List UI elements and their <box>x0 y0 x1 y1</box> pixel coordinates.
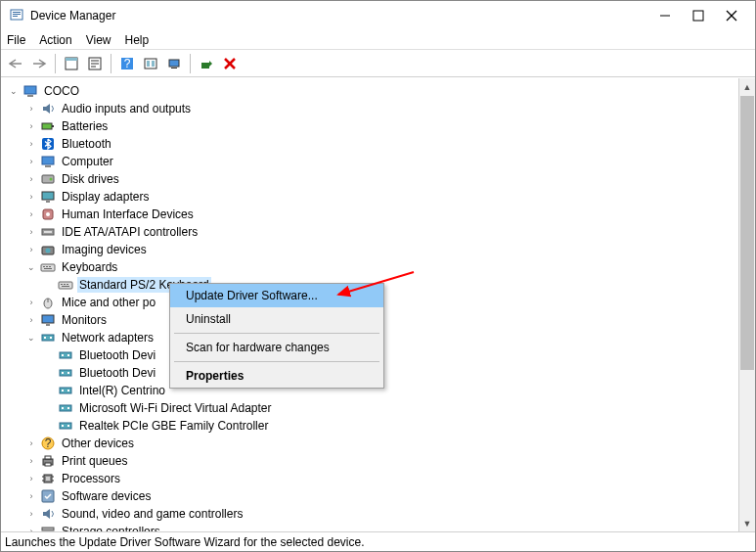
toolbar: ? <box>1 50 755 77</box>
context-update-driver[interactable]: Update Driver Software... <box>170 284 383 307</box>
svg-rect-71 <box>62 425 64 427</box>
context-properties[interactable]: Properties <box>170 364 383 388</box>
tree-category[interactable]: ›Print queues <box>3 452 753 470</box>
svg-rect-54 <box>46 324 50 326</box>
close-button[interactable] <box>722 6 741 25</box>
tree-category[interactable]: ›Bluetooth <box>3 135 753 153</box>
properties-button[interactable] <box>84 53 106 74</box>
minimize-button[interactable] <box>655 6 675 25</box>
tree-category[interactable]: ›?Other devices <box>3 435 753 452</box>
menu-file[interactable]: File <box>7 33 25 47</box>
menu-view[interactable]: View <box>86 33 111 47</box>
tree-label: Mice and other po <box>60 295 157 310</box>
disk-icon <box>40 171 56 187</box>
tree-category[interactable]: ⌄Keyboards <box>3 258 753 276</box>
tree-category[interactable]: ›Sound, video and game controllers <box>3 505 753 523</box>
tree-label: Storage controllers <box>60 524 162 531</box>
expander-icon[interactable]: › <box>24 172 38 186</box>
svg-rect-44 <box>49 266 51 267</box>
menu-help[interactable]: Help <box>125 33 150 47</box>
audio-icon <box>40 101 56 116</box>
expander-icon[interactable]: › <box>24 296 38 309</box>
svg-rect-57 <box>50 337 52 339</box>
expander-icon[interactable]: › <box>24 243 38 256</box>
tree-label: Other devices <box>60 436 136 451</box>
scroll-up-button[interactable]: ▲ <box>739 78 755 95</box>
tree-root[interactable]: ⌄COCO <box>3 82 753 100</box>
expander-icon[interactable]: ⌄ <box>24 260 38 274</box>
expander-icon[interactable]: › <box>24 313 38 327</box>
svg-rect-25 <box>27 95 33 97</box>
expander-icon[interactable]: › <box>24 137 38 151</box>
svg-rect-50 <box>62 286 69 287</box>
battery-icon <box>40 118 56 134</box>
tree-device[interactable]: Microsoft Wi-Fi Direct Virtual Adapter <box>3 399 753 417</box>
tree-category[interactable]: ›Processors <box>3 470 753 487</box>
svg-rect-43 <box>46 266 48 267</box>
svg-rect-5 <box>693 11 703 21</box>
svg-rect-21 <box>201 63 209 69</box>
tree-label: Realtek PCIe GBE Family Controller <box>77 418 270 434</box>
show-hide-console-button[interactable] <box>61 53 82 74</box>
scan-hardware-button[interactable] <box>163 53 185 74</box>
tree-category[interactable]: ›Audio inputs and outputs <box>3 100 753 117</box>
tree-category[interactable]: ›Display adapters <box>3 188 753 206</box>
tree-category[interactable]: ›IDE ATA/ATAPI controllers <box>3 223 753 241</box>
update-driver-button[interactable] <box>196 53 217 74</box>
back-button[interactable] <box>5 53 26 74</box>
tree-label: Keyboards <box>60 259 119 275</box>
svg-point-36 <box>46 212 50 216</box>
svg-rect-16 <box>145 59 156 69</box>
svg-rect-33 <box>42 192 54 200</box>
vertical-scrollbar[interactable]: ▲ ▼ <box>738 78 755 531</box>
menu-action[interactable]: Action <box>39 33 71 47</box>
svg-rect-85 <box>42 528 54 530</box>
tree-device[interactable]: Realtek PCIe GBE Family Controller <box>3 417 753 435</box>
tree-category[interactable]: ›Storage controllers <box>3 523 753 531</box>
tree-category[interactable]: ›Computer <box>3 153 753 170</box>
tree-label: Display adapters <box>60 189 151 205</box>
svg-rect-76 <box>45 456 51 459</box>
scrollbar-thumb[interactable] <box>740 96 754 370</box>
display-icon <box>40 189 56 205</box>
svg-rect-67 <box>60 405 71 411</box>
svg-rect-59 <box>62 354 64 356</box>
tree-category[interactable]: ›Imaging devices <box>3 241 753 258</box>
expander-icon[interactable]: › <box>24 525 38 531</box>
tree-category[interactable]: ›Software devices <box>3 487 753 505</box>
expander-icon[interactable]: › <box>24 437 38 450</box>
menubar: File Action View Help <box>1 30 755 50</box>
help-button[interactable]: ? <box>116 53 138 74</box>
expander-icon[interactable]: › <box>24 489 38 503</box>
context-scan-hardware[interactable]: Scan for hardware changes <box>170 336 383 359</box>
expander-icon[interactable]: ⌄ <box>24 331 38 345</box>
svg-rect-62 <box>62 372 64 374</box>
tree-category[interactable]: ›Batteries <box>3 117 753 135</box>
context-uninstall[interactable]: Uninstall <box>170 307 383 331</box>
forward-button[interactable] <box>28 53 50 74</box>
expander-icon[interactable]: › <box>24 155 38 168</box>
tree-label: Disk drives <box>60 171 121 187</box>
scroll-down-button[interactable]: ▼ <box>739 515 755 531</box>
expander-icon[interactable]: ⌄ <box>7 84 21 98</box>
expander-icon[interactable]: › <box>24 454 38 468</box>
maximize-button[interactable] <box>689 6 708 25</box>
tree-label: Microsoft Wi-Fi Direct Virtual Adapter <box>77 400 274 416</box>
expander-icon[interactable]: › <box>24 119 38 133</box>
uninstall-button[interactable] <box>219 53 241 74</box>
expander-icon[interactable]: › <box>24 102 38 115</box>
expander-icon[interactable]: › <box>24 225 38 239</box>
expander-icon[interactable]: › <box>24 190 38 204</box>
status-text: Launches the Update Driver Software Wiza… <box>5 535 365 549</box>
svg-rect-68 <box>62 407 64 409</box>
expander-icon[interactable]: › <box>24 507 38 521</box>
tree-label: Bluetooth Devi <box>77 365 157 381</box>
tree-category[interactable]: ›Human Interface Devices <box>3 206 753 223</box>
svg-rect-27 <box>52 125 54 127</box>
action-button[interactable] <box>140 53 161 74</box>
expander-icon[interactable]: › <box>24 207 38 221</box>
tree-category[interactable]: ›Disk drives <box>3 170 753 188</box>
context-divider <box>174 361 379 362</box>
svg-rect-2 <box>13 14 21 15</box>
expander-icon[interactable]: › <box>24 472 38 485</box>
